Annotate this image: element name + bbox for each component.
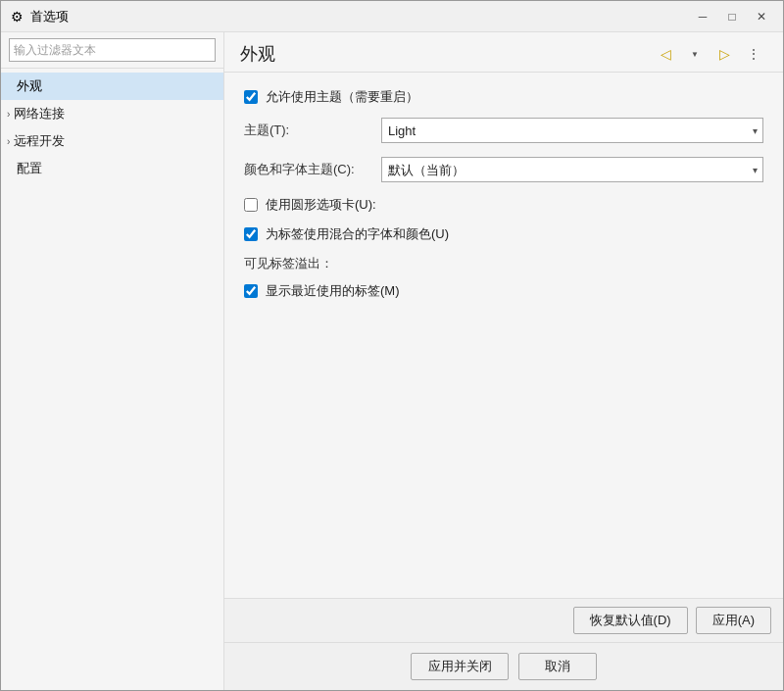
expand-arrow-remote-dev: › (7, 136, 10, 147)
titlebar-buttons: ─ □ ✕ (689, 6, 775, 27)
preferences-window: ⚙ 首选项 ─ □ ✕ 外观 › 网络连接 (0, 0, 784, 691)
expand-arrow-network: › (7, 109, 10, 120)
filter-input[interactable] (9, 38, 216, 62)
color-font-theme-row: 颜色和字体主题(C): 默认（当前） Light Dark ▾ (244, 157, 763, 182)
content-header: 外观 ◁ ▼ ▷ ⋮ (224, 32, 783, 73)
titlebar: ⚙ 首选项 ─ □ ✕ (1, 1, 783, 32)
sidebar-item-config[interactable]: 配置 (1, 155, 223, 182)
bottom-bar-main: 应用并关闭 取消 (224, 643, 783, 690)
allow-theme-label[interactable]: 允许使用主题（需要重启） (266, 88, 418, 106)
window-icon: ⚙ (9, 9, 24, 25)
apply-close-button[interactable]: 应用并关闭 (411, 653, 509, 680)
mixed-font-color-checkbox[interactable] (244, 227, 258, 241)
content-title: 外观 (240, 42, 275, 66)
mixed-font-color-label[interactable]: 为标签使用混合的字体和颜色(U) (266, 225, 449, 243)
color-font-theme-label: 颜色和字体主题(C): (244, 161, 381, 178)
sidebar: 外观 › 网络连接 › 远程开发 配置 (1, 32, 224, 690)
round-tabs-label[interactable]: 使用圆形选项卡(U): (266, 196, 376, 214)
forward-icon: ▷ (719, 46, 730, 62)
window-title: 首选项 (30, 8, 689, 25)
back-nav-button[interactable]: ◁ (652, 42, 679, 66)
theme-label: 主题(T): (244, 122, 381, 139)
restore-defaults-button[interactable]: 恢复默认值(D) (573, 607, 688, 634)
theme-select-wrap: Light Dark Default ▾ (381, 118, 763, 143)
more-menu-icon: ⋮ (747, 46, 760, 62)
mixed-font-color-row: 为标签使用混合的字体和颜色(U) (244, 225, 763, 243)
close-button[interactable]: ✕ (748, 6, 775, 27)
show-recent-tags-label[interactable]: 显示最近使用的标签(M) (266, 282, 400, 300)
sidebar-item-appearance-label: 外观 (17, 77, 42, 95)
filter-input-wrap (1, 32, 223, 69)
allow-theme-row: 允许使用主题（需要重启） (244, 88, 763, 106)
sidebar-nav: 外观 › 网络连接 › 远程开发 配置 (1, 69, 223, 690)
sidebar-item-remote-dev[interactable]: › 远程开发 (1, 127, 223, 155)
more-menu-button[interactable]: ⋮ (740, 42, 767, 66)
theme-row: 主题(T): Light Dark Default ▾ (244, 118, 763, 143)
color-font-theme-select[interactable]: 默认（当前） Light Dark (381, 157, 763, 182)
color-font-select-wrap: 默认（当前） Light Dark ▾ (381, 157, 763, 182)
color-font-theme-control: 默认（当前） Light Dark ▾ (381, 157, 763, 182)
sidebar-item-remote-dev-label: 远程开发 (14, 132, 65, 150)
back-dropdown-button[interactable]: ▼ (681, 42, 709, 66)
content-area: 外观 ◁ ▼ ▷ ⋮ (224, 32, 783, 690)
round-tabs-row: 使用圆形选项卡(U): (244, 196, 763, 214)
allow-theme-checkbox[interactable] (244, 90, 258, 104)
sidebar-item-config-label: 配置 (17, 160, 42, 177)
header-actions: ◁ ▼ ▷ ⋮ (652, 42, 767, 66)
sidebar-item-network-label: 网络连接 (14, 105, 65, 123)
sidebar-item-appearance[interactable]: 外观 (1, 73, 223, 100)
theme-select[interactable]: Light Dark Default (381, 118, 763, 143)
maximize-button[interactable]: □ (718, 6, 746, 27)
tab-overflow-label: 可见标签溢出： (244, 255, 763, 272)
cancel-button[interactable]: 取消 (518, 653, 597, 680)
bottom-bar: 恢复默认值(D) 应用(A) 应用并关闭 取消 (224, 598, 783, 690)
content-body: 允许使用主题（需要重启） 主题(T): Light Dark Default ▾ (224, 73, 783, 598)
main-area: 外观 › 网络连接 › 远程开发 配置 (1, 32, 783, 690)
sidebar-item-network[interactable]: › 网络连接 (1, 100, 223, 127)
show-recent-tags-checkbox[interactable] (244, 284, 258, 298)
bottom-bar-inner: 恢复默认值(D) 应用(A) (224, 599, 783, 643)
back-dropdown-icon: ▼ (691, 50, 699, 59)
round-tabs-checkbox[interactable] (244, 198, 258, 212)
theme-control: Light Dark Default ▾ (381, 118, 763, 143)
minimize-button[interactable]: ─ (689, 6, 716, 27)
apply-button[interactable]: 应用(A) (696, 607, 771, 634)
show-recent-tags-row: 显示最近使用的标签(M) (244, 282, 763, 300)
back-icon: ◁ (661, 46, 671, 62)
forward-nav-button[interactable]: ▷ (710, 42, 738, 66)
